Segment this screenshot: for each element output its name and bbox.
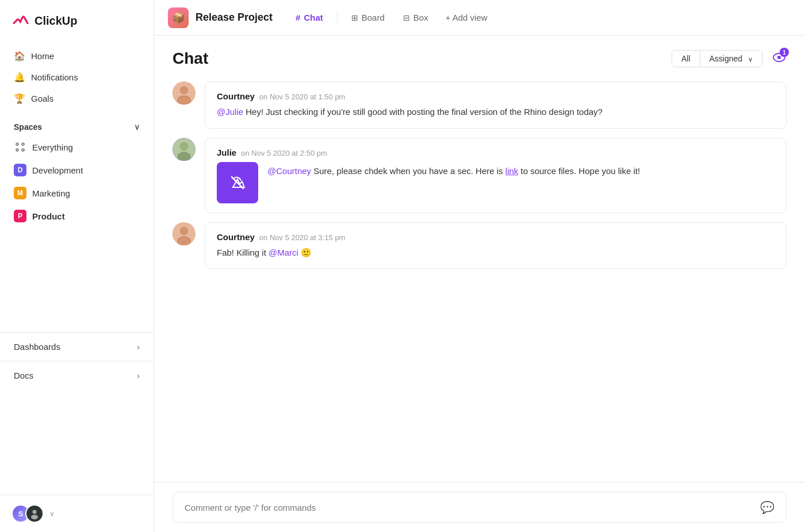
sidebar-item-product-label: Product [32,211,65,221]
sidebar-item-marketing-label: Marketing [32,188,70,198]
svg-point-7 [777,56,781,59]
avatar-courtney-2 [172,222,195,245]
svg-point-5 [31,515,38,519]
chat-tab-hash-icon: # [296,13,300,22]
clickup-logo-icon [12,10,30,31]
bell-icon: 🔔 [14,72,25,83]
message-meta-3: Courtney on Nov 5 2020 at 3:15 pm [217,232,775,242]
filter-group: All Assigned ∨ [672,50,762,67]
filter-assigned-label: Assigned [710,54,743,63]
message-body-2: @Courtney Sure, please chdek when you ha… [267,162,640,178]
sidebar-item-home[interactable]: 🏠 Home [7,46,147,66]
mention-marci: @Marci [269,248,298,257]
source-files-link[interactable]: link [505,166,519,176]
marketing-badge: M [14,187,26,199]
message-time-3: on Nov 5 2020 at 3:15 pm [259,233,346,242]
message-meta-2: Julie on Nov 5 2020 at 2:50 pm [217,148,775,157]
sidebar-footer: S ∨ [0,495,154,532]
message-card-1: Courtney on Nov 5 2020 at 1:50 pm @Julie… [205,82,787,129]
product-badge: P [14,210,26,222]
filter-all-button[interactable]: All [672,51,700,67]
message-body-1: @Julie Hey! Just checking if you're stil… [217,106,775,119]
development-badge: D [14,164,26,176]
sidebar-item-goals-label: Goals [31,94,53,103]
chat-header: Chat All Assigned ∨ 1 [154,36,805,77]
table-row: Courtney on Nov 5 2020 at 3:15 pm Fab! K… [172,222,787,269]
message-meta-1: Courtney on Nov 5 2020 at 1:50 pm [217,91,775,101]
sidebar-nav: 🏠 Home 🔔 Notifications 🏆 Goals [0,41,154,113]
sidebar-item-goals[interactable]: 🏆 Goals [7,88,147,109]
table-row: Courtney on Nov 5 2020 at 1:50 pm @Julie… [172,82,787,129]
watch-button[interactable]: 1 [772,50,787,67]
topbar-divider-1 [337,11,338,25]
attachment-thumb [217,162,258,203]
everything-icon [14,141,26,153]
comment-input-wrapper[interactable]: 💬 [172,492,787,523]
sidebar-item-notifications[interactable]: 🔔 Notifications [7,67,147,87]
topbar: 📦 Release Project # Chat ⊞ Board ⊟ Box +… [154,0,805,36]
add-view-button[interactable]: + Add view [438,8,496,27]
chat-title: Chat [172,49,208,68]
comment-icon: 💬 [760,500,775,514]
svg-point-16 [181,143,187,150]
logo: ClickUp [0,0,154,41]
comment-input[interactable] [185,503,760,512]
avatar-courtney-1 [172,82,195,105]
message-card-3: Courtney on Nov 5 2020 at 3:15 pm Fab! K… [205,222,787,269]
svg-point-1 [22,143,24,145]
svg-point-3 [22,149,24,151]
project-title: Release Project [195,11,273,24]
message-author-1: Courtney [217,91,255,101]
filter-assigned-button[interactable]: Assigned ∨ [700,51,762,67]
svg-point-4 [33,510,37,514]
sidebar-item-home-label: Home [31,51,54,61]
avatar-dark [25,504,44,523]
svg-point-20 [181,228,187,234]
avatar-julie [172,138,195,161]
sidebar-item-development-label: Development [32,165,83,175]
chat-section: Chat All Assigned ∨ 1 [154,36,805,532]
message-time-1: on Nov 5 2020 at 1:50 pm [259,92,346,101]
docs-chevron-icon: › [137,371,140,380]
tab-box-label: Box [413,13,428,22]
docs-label: Docs [14,371,33,380]
tab-board[interactable]: ⊞ Board [342,8,394,27]
tab-chat[interactable]: # Chat [286,8,332,27]
messages-list: Courtney on Nov 5 2020 at 1:50 pm @Julie… [154,77,805,482]
message-author-3: Courtney [217,232,255,242]
project-icon: 📦 [168,7,189,28]
trophy-icon: 🏆 [14,93,25,104]
sidebar: ClickUp 🏠 Home 🔔 Notifications 🏆 Goals S… [0,0,154,532]
board-tab-icon: ⊞ [351,13,358,22]
sidebar-item-everything-label: Everything [32,142,73,152]
message-card-2: Julie on Nov 5 2020 at 2:50 pm @ [205,138,787,213]
table-row: Julie on Nov 5 2020 at 2:50 pm @ [172,138,787,213]
tab-box[interactable]: ⊟ Box [394,8,438,27]
spaces-list: Everything D Development M Marketing P P… [0,136,154,227]
watch-count-badge: 1 [780,48,789,57]
sidebar-item-docs[interactable]: Docs › [0,361,154,390]
spaces-chevron-icon[interactable]: ∨ [134,122,140,132]
box-tab-icon: ⊟ [403,13,410,22]
attachment-row: @Courtney Sure, please chdek when you ha… [217,162,775,203]
main-content: 📦 Release Project # Chat ⊞ Board ⊟ Box +… [154,0,805,532]
svg-point-11 [181,87,187,94]
mention-julie: @Julie [217,107,243,117]
sidebar-item-everything[interactable]: Everything [7,136,147,158]
tab-board-label: Board [362,13,385,22]
comment-input-area: 💬 [154,482,805,532]
sidebar-item-product[interactable]: P Product [7,205,147,227]
message-body-3: Fab! Killing it @Marci 🙂 [217,246,775,260]
sidebar-item-marketing[interactable]: M Marketing [7,182,147,204]
logo-text: ClickUp [34,14,77,28]
sidebar-item-dashboards[interactable]: Dashboards › [0,332,154,361]
dashboards-chevron-icon: › [137,342,140,352]
sidebar-item-development[interactable]: D Development [7,159,147,181]
message-author-2: Julie [217,148,236,157]
spaces-label: Spaces [14,122,42,132]
dashboards-label: Dashboards [14,342,60,352]
mention-courtney: @Courtney [267,166,311,176]
footer-chevron-icon[interactable]: ∨ [49,510,55,518]
svg-point-2 [16,149,18,151]
svg-point-0 [16,143,18,145]
